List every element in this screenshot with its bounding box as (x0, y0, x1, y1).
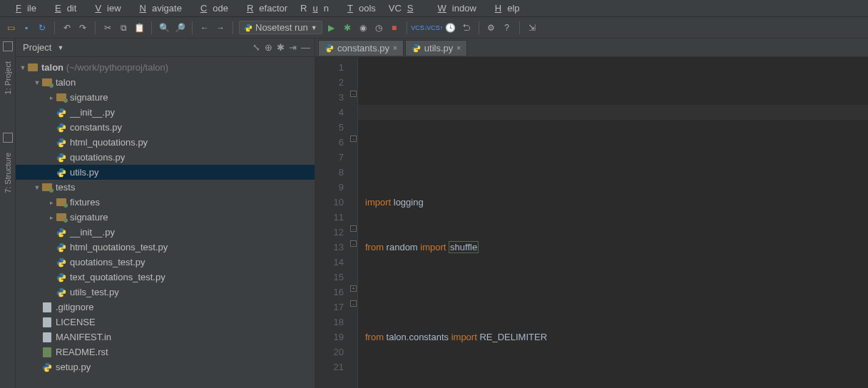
tree-file[interactable]: MANIFEST.in (16, 330, 315, 344)
close-tab-icon[interactable]: × (393, 44, 397, 52)
debug-icon[interactable]: ✱ (341, 21, 354, 34)
project-tool-label[interactable]: 1: Project (2, 58, 14, 97)
tree-file[interactable]: setup.py (16, 359, 315, 374)
tree-file[interactable]: quotations.py (16, 150, 315, 165)
coverage-icon[interactable]: ◉ (357, 21, 369, 34)
more-icon[interactable]: ⇥ (289, 42, 297, 53)
tree-file[interactable]: __init__.py (16, 105, 315, 120)
separator (54, 21, 55, 34)
separator (233, 21, 233, 34)
fold-marker[interactable]: - (350, 240, 357, 247)
tree-file[interactable]: constants.py (16, 120, 315, 135)
tree-file[interactable]: utils_test.py (16, 285, 315, 300)
run-config-label: Nosetest run (255, 22, 308, 33)
editor: constants.py×utils.py× 12345678910111213… (315, 39, 868, 388)
separator (407, 21, 407, 34)
fold-marker[interactable]: - (350, 91, 357, 97)
tree-file[interactable]: README.rst (16, 344, 315, 359)
chevron-down-icon: ▼ (311, 24, 317, 31)
tree-file[interactable]: text_quotations_test.py (16, 270, 315, 285)
close-tab-icon[interactable]: × (456, 44, 461, 52)
copy-icon[interactable]: ⧉ (117, 21, 130, 34)
main-area: 1: Project 7: Structure Project ▼ ⤡ ⊕ ✱ … (0, 39, 868, 388)
tree-pkg-signature2[interactable]: ▸signature (16, 210, 315, 225)
vcs-revert-icon[interactable]: ⮌ (460, 21, 473, 34)
stop-icon[interactable]: ■ (388, 21, 401, 34)
menu-edit[interactable]: Edit (44, 1, 82, 15)
forward-icon[interactable]: → (214, 21, 227, 34)
tree-file[interactable]: __init__.py (16, 225, 315, 240)
menu-view[interactable]: View (83, 1, 126, 15)
tree-pkg-talon[interactable]: ▼talon (16, 75, 315, 90)
vcs-commit-icon[interactable]: VCS↑ (429, 21, 441, 34)
vcs-history-icon[interactable]: 🕓 (444, 21, 457, 34)
tree-pkg-fixtures[interactable]: ▸fixtures (16, 195, 315, 210)
replace-icon[interactable]: 🔎 (173, 21, 186, 34)
find-icon[interactable]: 🔍 (158, 21, 170, 34)
project-tool-icon[interactable] (3, 41, 13, 51)
fold-marker[interactable]: - (350, 136, 357, 142)
run-icon[interactable]: ▶ (325, 21, 338, 34)
fold-marker[interactable]: - (350, 225, 357, 232)
separator (151, 21, 152, 34)
cut-icon[interactable]: ✂ (101, 21, 114, 34)
fold-marker[interactable]: + (350, 285, 357, 292)
undo-icon[interactable]: ↶ (61, 21, 73, 34)
tree-pkg-tests[interactable]: ▼tests (16, 180, 315, 195)
code-body[interactable]: # coding:utf-8 import logging from rando… (358, 57, 868, 388)
code-area[interactable]: 123456789101112131415161718192021 - - - … (315, 57, 868, 388)
target-icon[interactable]: ⊕ (265, 42, 272, 53)
toolbar: ▭ ▪ ↻ ↶ ↷ ✂ ⧉ 📋 🔍 🔎 ← → Nosetest run ▼ ▶… (0, 17, 868, 39)
tree-file[interactable]: html_quotations.py (16, 135, 315, 150)
python-icon (412, 44, 421, 53)
menu-tools[interactable]: Tools (336, 1, 382, 15)
menu-window[interactable]: Window (427, 1, 482, 15)
structure-tool-icon[interactable] (3, 133, 13, 143)
project-tree: ▼talon (~/work/pythonproj/talon) ▼talon … (16, 57, 315, 388)
instant-run-icon[interactable]: ⇲ (526, 21, 538, 34)
left-tool-strip: 1: Project 7: Structure (0, 39, 16, 388)
menu-vcs[interactable]: VCS (383, 1, 425, 15)
redo-icon[interactable]: ↷ (76, 21, 89, 34)
panel-header: Project ▼ ⤡ ⊕ ✱ ⇥ — (16, 39, 315, 57)
editor-tab[interactable]: utils.py× (405, 40, 467, 56)
tree-root[interactable]: ▼talon (~/work/pythonproj/talon) (16, 60, 315, 75)
menu-code[interactable]: Code (189, 1, 234, 15)
sync-icon[interactable]: ↻ (36, 21, 48, 34)
editor-tabs: constants.py×utils.py× (315, 39, 868, 57)
save-icon[interactable]: ▪ (20, 21, 33, 34)
menu-refactor[interactable]: Refactor (235, 1, 293, 15)
structure-tool-label[interactable]: 7: Structure (2, 150, 14, 196)
menu-help[interactable]: Help (484, 1, 526, 15)
tree-file[interactable]: LICENSE (16, 315, 315, 330)
python-icon (325, 44, 334, 53)
help-icon[interactable]: ? (501, 21, 514, 34)
separator (192, 21, 193, 34)
tree-file-selected[interactable]: utils.py (16, 165, 315, 180)
menu-navigate[interactable]: Navigate (128, 1, 188, 15)
menu-run[interactable]: Run (295, 1, 335, 15)
tree-pkg-signature[interactable]: ▸signature (16, 90, 315, 105)
separator (95, 21, 96, 34)
back-icon[interactable]: ← (198, 21, 211, 34)
gutter: 123456789101112131415161718192021 (315, 57, 349, 388)
gear-icon[interactable]: ✱ (277, 42, 285, 53)
tree-file[interactable]: html_quotations_test.py (16, 240, 315, 255)
profile-icon[interactable]: ◷ (372, 21, 385, 34)
separator (519, 21, 520, 34)
tree-file[interactable]: quotations_test.py (16, 255, 315, 270)
hide-icon[interactable]: — (301, 42, 310, 53)
vcs-update-icon[interactable]: VCS↓ (413, 21, 426, 34)
run-config-dropdown[interactable]: Nosetest run ▼ (239, 21, 322, 34)
menu-file[interactable]: File (4, 1, 42, 15)
collapse-icon[interactable]: ⤡ (252, 42, 260, 53)
tree-file[interactable]: .gitignore (16, 300, 315, 315)
settings-icon[interactable]: ⚙ (485, 21, 498, 34)
mode-dropdown[interactable]: ▼ (57, 44, 63, 51)
project-panel: Project ▼ ⤡ ⊕ ✱ ⇥ — ▼talon (~/work/pytho… (16, 39, 315, 388)
paste-icon[interactable]: 📋 (133, 21, 145, 34)
fold-marker[interactable]: - (350, 300, 357, 307)
open-icon[interactable]: ▭ (4, 21, 17, 34)
editor-tab[interactable]: constants.py× (318, 40, 404, 56)
separator (479, 21, 479, 34)
